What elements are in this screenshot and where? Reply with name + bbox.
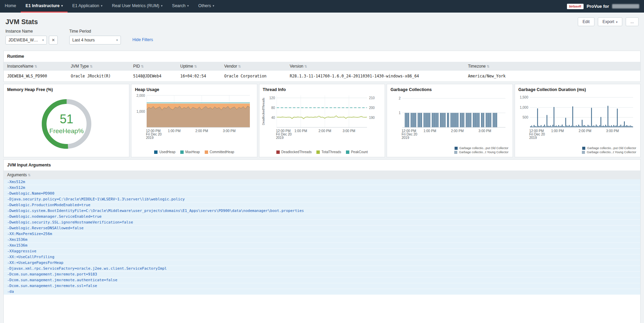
svg-text:2,000: 2,000 xyxy=(136,94,145,97)
argument-row: -da xyxy=(4,289,640,295)
svg-text:200: 200 xyxy=(369,106,375,110)
svg-text:2019: 2019 xyxy=(402,136,409,140)
heap-usage-card: Heap Usage 1,0002,00012:00 PMFri Dec 202… xyxy=(131,84,257,157)
more-button[interactable]: ... xyxy=(626,17,639,26)
legend-swatch-icon xyxy=(346,150,349,154)
arguments-list: -Xms512m-Xmx512m-Dweblogic.Name=PD900-Dj… xyxy=(4,179,640,295)
chart-legend: Garbage collectio...put Old CollectorGar… xyxy=(387,146,512,157)
chevron-down-icon: ▾ xyxy=(101,4,103,7)
runtime-data-row: JDEWEB4_WLS_PD900Oracle JRockit(R)5148@J… xyxy=(4,71,640,82)
legend-item-peakcount: PeakCount xyxy=(346,150,368,154)
gc-duration-card: Garbage Collection Duration (ms) 5001,00… xyxy=(515,84,641,157)
time-period-select[interactable]: Last 4 hours ▾ xyxy=(69,36,121,44)
sort-icon: ⇅ xyxy=(34,65,37,68)
argument-row: -Djavax.xml.rpc.ServiceFactory=oracle.j2… xyxy=(4,266,640,272)
instance-name-label: Instance Name xyxy=(5,29,58,34)
nav-item-others[interactable]: Others▾ xyxy=(194,0,219,13)
chevron-down-icon: ▾ xyxy=(116,38,118,42)
chart-title: Memory Heap Free (%) xyxy=(4,84,129,93)
argument-row: -XX:+UseCallProfiling xyxy=(4,254,640,260)
arguments-column-header[interactable]: Arguments⇅ xyxy=(4,171,640,179)
argument-row: -Dweblogic.ReverseDNSAllowed=false xyxy=(4,226,640,231)
argument-row: -Xmx1536m xyxy=(4,243,640,249)
runtime-table: InstanceName⇅JVM Type⇅PID⇅Uptime⇅Vendor⇅… xyxy=(4,62,640,82)
chevron-down-icon: ▾ xyxy=(61,4,63,7)
heap-usage-chart: 1,0002,00012:00 PMFri Dec 2020191:00 PM2… xyxy=(131,93,257,149)
legend-swatch-icon xyxy=(154,150,158,154)
svg-text:120: 120 xyxy=(269,96,275,100)
legend-swatch-icon xyxy=(276,150,280,154)
svg-text:1:00 PM: 1:00 PM xyxy=(168,129,181,133)
sort-icon: ⇅ xyxy=(28,173,31,177)
argument-row: -Dweblogic.security.SSL.ignoreHostnameVe… xyxy=(4,220,640,226)
sort-icon: ⇅ xyxy=(141,65,144,68)
legend-swatch-icon xyxy=(205,150,208,154)
nav-item-real-user-metrics-rum[interactable]: Real User Metrics (RUM)▾ xyxy=(107,0,167,13)
runtime-col-instancename[interactable]: InstanceName⇅ xyxy=(4,62,68,71)
page-content: Runtime InstanceName⇅JVM Type⇅PID⇅Uptime… xyxy=(0,51,644,323)
svg-text:FreeHeap%: FreeHeap% xyxy=(49,127,84,134)
svg-text:210: 210 xyxy=(369,96,375,100)
sort-icon: ⇅ xyxy=(90,65,93,68)
argument-row: -Dweblogic.ProductionModeEnabled=true xyxy=(4,202,640,208)
svg-text:1,500: 1,500 xyxy=(520,95,528,99)
svg-text:2019: 2019 xyxy=(276,136,284,140)
instance-name-value: JDEWEB4_WLS_P... xyxy=(8,38,39,42)
nav-item-e1-infrastructure[interactable]: E1 Infrastructure▾ xyxy=(21,0,68,13)
nav-item-home[interactable]: Home xyxy=(0,0,21,13)
nav-item-search[interactable]: Search▾ xyxy=(167,0,194,13)
svg-text:1,000: 1,000 xyxy=(520,106,528,109)
header-buttons: Edit Export▾ ... xyxy=(578,17,639,26)
birlasoft-logo: birlasoft xyxy=(567,4,584,9)
edit-button[interactable]: Edit xyxy=(578,17,594,26)
svg-text:1,000: 1,000 xyxy=(136,110,145,113)
argument-row: -Xms512m xyxy=(4,179,640,185)
svg-text:3:00 PM: 3:00 PM xyxy=(606,129,619,133)
hide-filters-link[interactable]: Hide Filters xyxy=(132,37,153,42)
runtime-col-jvm-type[interactable]: JVM Type⇅ xyxy=(68,62,130,71)
svg-text:2:00 PM: 2:00 PM xyxy=(318,129,331,133)
legend-swatch-icon xyxy=(455,147,458,150)
export-button[interactable]: Export▾ xyxy=(598,17,622,26)
svg-text:1: 1 xyxy=(399,111,401,115)
legend-item-committedheap: CommittedHeap xyxy=(205,150,234,154)
runtime-col-version[interactable]: Version⇅ xyxy=(287,62,465,71)
svg-text:3:00 PM: 3:00 PM xyxy=(223,129,236,133)
memory-heap-free-gauge: 51 FreeHeap% xyxy=(4,93,129,153)
svg-text:2: 2 xyxy=(399,96,401,100)
runtime-col-vendor[interactable]: Vendor⇅ xyxy=(221,62,286,71)
legend-item-totalthreads: TotalThreads xyxy=(316,150,341,154)
legend-item-garbage-collectio-put-old-collector: Garbage collectio...put Old Collector xyxy=(582,146,636,150)
thread-info-chart: 4019080200120210DeadlockedThreads12:00 P… xyxy=(259,93,385,149)
legend-swatch-icon xyxy=(582,147,585,150)
legend-swatch-icon xyxy=(454,151,457,154)
runtime-cell: 16+04:02:54 xyxy=(177,71,221,82)
svg-text:190: 190 xyxy=(369,116,375,120)
runtime-col-timezone[interactable]: Timezone⇅ xyxy=(465,62,641,71)
svg-text:2019: 2019 xyxy=(529,136,537,140)
argument-row: -Xms1536m xyxy=(4,237,640,243)
export-button-label: Export xyxy=(603,19,614,24)
legend-item-usedheap: UsedHeap xyxy=(154,150,175,154)
runtime-col-pid[interactable]: PID⇅ xyxy=(130,62,177,71)
runtime-panel: Runtime InstanceName⇅JVM Type⇅PID⇅Uptime… xyxy=(3,51,641,82)
legend-item-deadlockedthreads: DeadlockedThreads xyxy=(276,150,312,154)
argument-row: -XXaggressive xyxy=(4,249,640,254)
svg-text:40: 40 xyxy=(271,116,275,120)
clear-instance-button[interactable]: ✕ xyxy=(49,36,58,44)
runtime-col-uptime[interactable]: Uptime⇅ xyxy=(177,62,221,71)
arguments-column-label: Arguments xyxy=(7,173,27,177)
argument-row: -Dweblogic.system.BootIdentityFile=C:\Or… xyxy=(4,208,640,214)
chevron-down-icon: ▾ xyxy=(161,4,163,7)
argument-row: -Djava.security.policy=C:\Oracle\MIDDLE~… xyxy=(4,197,640,202)
argument-row: -Dcom.sun.management.jmxremote.authentic… xyxy=(4,277,640,283)
instance-name-select[interactable]: JDEWEB4_WLS_P... ▾ xyxy=(5,36,47,44)
argument-row: -Dcom.sun.management.jmxremote.ssl=false xyxy=(4,283,640,289)
filters-bar: Instance Name JDEWEB4_WLS_P... ▾ ✕ Time … xyxy=(0,27,644,51)
svg-text:500: 500 xyxy=(523,115,529,119)
sort-icon: ⇅ xyxy=(194,65,197,68)
legend-swatch-icon xyxy=(582,151,585,154)
nav-item-e1-application[interactable]: E1 Application▾ xyxy=(68,0,107,13)
legend-item-garbage-collectio-put-old-collector: Garbage collectio...put Old Collector xyxy=(455,146,509,150)
svg-text:2019: 2019 xyxy=(146,136,154,140)
